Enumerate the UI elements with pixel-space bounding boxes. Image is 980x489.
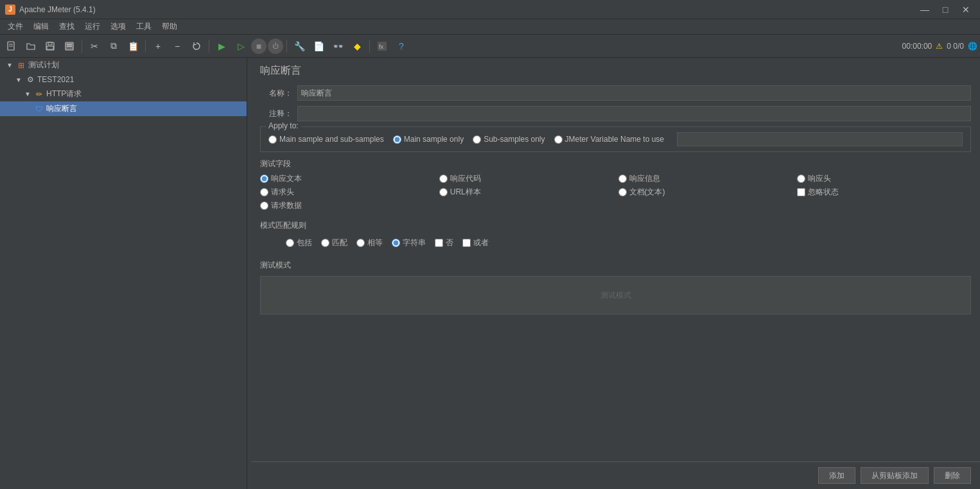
- remote-button[interactable]: ◆: [348, 37, 366, 55]
- cut-button[interactable]: ✂: [85, 37, 103, 55]
- match-rule-label: 模式匹配规则: [260, 220, 971, 231]
- assertion-label: 响应断言: [46, 103, 77, 114]
- menu-search[interactable]: 查找: [54, 19, 80, 34]
- toolbar-sep-3: [209, 40, 209, 53]
- sidebar-item-testplan[interactable]: ▼ ⊞ 测试计划: [0, 58, 247, 73]
- templates-button[interactable]: 📄: [310, 37, 328, 55]
- menu-help[interactable]: 帮助: [157, 19, 182, 34]
- mr-not[interactable]: 否: [435, 237, 453, 248]
- test-field-label: 测试字段: [260, 159, 971, 169]
- menu-run[interactable]: 运行: [80, 19, 105, 34]
- testplan-toggle[interactable]: ▼: [5, 61, 14, 70]
- mr-match[interactable]: 匹配: [321, 237, 347, 248]
- menu-edit[interactable]: 编辑: [28, 19, 54, 34]
- mr-or[interactable]: 或者: [462, 237, 489, 248]
- match-rule-group: 包括 匹配 相等 字符串 否: [260, 235, 971, 253]
- stop-button[interactable]: ■: [251, 39, 267, 54]
- apply-main-only[interactable]: Main sample only: [393, 135, 464, 144]
- apply-jmeter-var-label: JMeter Variable Name to use: [565, 135, 665, 144]
- close-button[interactable]: ✕: [957, 3, 975, 16]
- test-mode-box[interactable]: 测试模式: [260, 276, 971, 314]
- page-title: 响应断言: [260, 64, 971, 78]
- jmeter-var-input[interactable]: [677, 132, 963, 146]
- mr-equal[interactable]: 相等: [356, 237, 383, 248]
- tf-document-text-label: 文档(文本): [629, 187, 665, 198]
- apply-main-sub[interactable]: Main sample and sub-samples: [268, 135, 384, 144]
- name-input[interactable]: [297, 85, 971, 101]
- tf-response-header-label: 响应头: [808, 173, 831, 184]
- function-button[interactable]: fx: [373, 37, 391, 55]
- tf-url-sample-label: URL样本: [450, 187, 481, 198]
- tf-url-sample[interactable]: URL样本: [439, 187, 613, 198]
- copy-button[interactable]: ⧉: [105, 37, 123, 55]
- main-area: ▼ ⊞ 测试计划 ▼ ⚙ TEST2021 ▼ ✏ HTTP请求 🛡 响应断言 …: [0, 58, 980, 489]
- maximize-button[interactable]: □: [936, 3, 954, 16]
- menu-file[interactable]: 文件: [3, 19, 28, 34]
- httprequest-icon: ✏: [34, 89, 44, 99]
- mr-string[interactable]: 字符串: [392, 237, 426, 248]
- save-button[interactable]: [41, 37, 59, 55]
- mr-match-label: 匹配: [332, 237, 347, 248]
- name-row: 名称：: [260, 85, 971, 101]
- apply-main-only-label: Main sample only: [404, 135, 464, 144]
- new-button[interactable]: [3, 37, 21, 55]
- test-pattern-label: 测试模式: [260, 260, 971, 271]
- comment-label: 注释：: [260, 108, 292, 119]
- globe-icon: 🌐: [968, 42, 977, 51]
- tf-ignore-status-label: 忽略状态: [808, 187, 839, 198]
- menu-bar: 文件 编辑 查找 运行 选项 工具 帮助: [0, 19, 980, 35]
- mr-include[interactable]: 包括: [286, 237, 312, 248]
- warning-icon: ⚠: [936, 42, 943, 51]
- test2021-toggle[interactable]: ▼: [14, 75, 23, 84]
- help-button[interactable]: ?: [392, 37, 410, 55]
- apply-sub-only[interactable]: Sub-samples only: [473, 135, 545, 144]
- delete-button[interactable]: 删除: [934, 467, 971, 484]
- bottom-bar: 添加 从剪贴板添加 删除: [251, 461, 980, 489]
- menu-options[interactable]: 选项: [105, 19, 131, 34]
- tf-response-text-label: 响应文本: [271, 173, 302, 184]
- name-label: 名称：: [260, 88, 292, 99]
- tf-ignore-status[interactable]: 忽略状态: [797, 187, 971, 198]
- expand-button[interactable]: +: [149, 37, 167, 55]
- collapse-button[interactable]: −: [168, 37, 186, 55]
- sidebar-item-httprequest[interactable]: ▼ ✏ HTTP请求: [0, 87, 247, 101]
- content-area: 响应断言 名称： 注释： Apply to: Main sample and s…: [251, 58, 980, 461]
- app-title: Apache JMeter (5.4.1): [19, 5, 916, 14]
- sidebar-item-test2021[interactable]: ▼ ⚙ TEST2021: [0, 73, 247, 87]
- tf-request-data[interactable]: 请求数据: [260, 200, 434, 211]
- view-button[interactable]: 👓: [329, 37, 347, 55]
- scripts-button[interactable]: 🔧: [290, 37, 308, 55]
- toolbar-sep-1: [82, 40, 82, 53]
- mr-include-label: 包括: [297, 237, 312, 248]
- add-button[interactable]: 添加: [818, 467, 855, 484]
- tf-request-header[interactable]: 请求头: [260, 187, 434, 198]
- open-button[interactable]: [22, 37, 40, 55]
- mr-not-label: 否: [446, 237, 453, 248]
- reset-button[interactable]: [188, 37, 206, 55]
- paste-from-clipboard-button[interactable]: 从剪贴板添加: [861, 467, 929, 484]
- tf-request-data-label: 请求数据: [271, 200, 302, 211]
- tf-response-info[interactable]: 响应信息: [618, 173, 792, 184]
- revert-button[interactable]: [60, 37, 78, 55]
- menu-tools[interactable]: 工具: [131, 19, 157, 34]
- paste-button[interactable]: 📋: [124, 37, 142, 55]
- comment-row: 注释：: [260, 106, 971, 121]
- tf-response-text[interactable]: 响应文本: [260, 173, 434, 184]
- shutdown-button[interactable]: ⏻: [268, 39, 283, 54]
- apply-jmeter-var[interactable]: JMeter Variable Name to use: [554, 135, 665, 144]
- tf-response-code[interactable]: 响应代码: [439, 173, 613, 184]
- test2021-icon: ⚙: [25, 74, 35, 85]
- httprequest-toggle[interactable]: ▼: [23, 90, 32, 99]
- svg-rect-5: [47, 46, 53, 49]
- tf-document-text[interactable]: 文档(文本): [618, 187, 792, 198]
- start-nopause-button[interactable]: ▷: [232, 37, 250, 55]
- sidebar-item-assertion[interactable]: 🛡 响应断言: [0, 101, 247, 116]
- apply-main-sub-label: Main sample and sub-samples: [279, 135, 384, 144]
- tf-response-header[interactable]: 响应头: [797, 173, 971, 184]
- start-button[interactable]: ▶: [213, 37, 231, 55]
- app-icon: J: [5, 4, 15, 15]
- tf-response-info-label: 响应信息: [629, 173, 660, 184]
- comment-input[interactable]: [297, 106, 971, 121]
- minimize-button[interactable]: —: [916, 3, 934, 16]
- mr-string-label: 字符串: [403, 237, 426, 248]
